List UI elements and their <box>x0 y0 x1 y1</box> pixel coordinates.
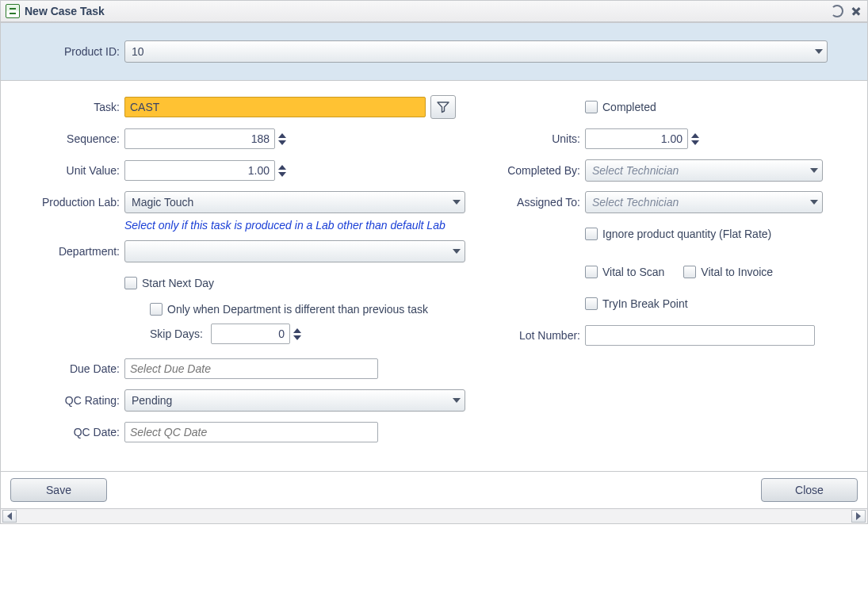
checkbox-icon <box>124 277 137 289</box>
unit-value-input[interactable] <box>124 160 275 181</box>
sequence-input[interactable] <box>124 128 275 149</box>
product-id-value: 10 <box>132 45 811 58</box>
new-case-task-window: New Case Task Product ID: 10 Task: <box>0 0 868 524</box>
completed-by-placeholder: Select Technician <box>592 164 806 177</box>
checkbox-icon <box>585 266 598 278</box>
triangle-right-icon <box>856 512 861 520</box>
department-label: Department: <box>1 245 124 258</box>
qc-rating-dropdown[interactable]: Pending <box>124 389 465 412</box>
assigned-to-placeholder: Select Technician <box>592 196 806 209</box>
completed-label: Completed <box>602 101 656 113</box>
lot-number-label: Lot Number: <box>465 329 585 342</box>
tryin-break-checkbox[interactable]: TryIn Break Point <box>585 297 688 310</box>
start-next-day-checkbox[interactable]: Start Next Day <box>124 277 214 289</box>
skip-days-input[interactable] <box>211 324 290 344</box>
chevron-down-icon <box>806 168 822 173</box>
vital-to-scan-checkbox[interactable]: Vital to Scan <box>585 266 664 278</box>
completed-by-dropdown[interactable]: Select Technician <box>585 159 823 182</box>
chevron-down-icon <box>811 49 827 54</box>
checkbox-icon <box>585 101 598 113</box>
product-id-dropdown[interactable]: 10 <box>124 40 828 63</box>
spin-down-icon[interactable] <box>278 140 286 145</box>
unit-value-label: Unit Value: <box>1 164 124 177</box>
sequence-label: Sequence: <box>1 132 124 145</box>
unit-value-spinner[interactable] <box>278 165 286 177</box>
refresh-icon[interactable] <box>831 5 843 17</box>
vital-to-invoice-label: Vital to Invoice <box>701 266 773 278</box>
footer: Save Close <box>1 472 867 508</box>
only-diff-dept-label: Only when Department is different than p… <box>167 303 428 316</box>
vital-to-invoice-checkbox[interactable]: Vital to Invoice <box>683 266 773 278</box>
window-title: New Case Task <box>25 5 105 17</box>
qc-rating-value: Pending <box>132 394 449 407</box>
checkbox-icon <box>150 303 163 316</box>
due-date-input[interactable] <box>124 358 378 379</box>
checkbox-icon <box>683 266 696 278</box>
spin-down-icon[interactable] <box>293 335 301 340</box>
chevron-down-icon <box>806 200 822 205</box>
task-input[interactable] <box>124 97 426 117</box>
units-spinner[interactable] <box>691 133 699 145</box>
units-label: Units: <box>465 132 585 145</box>
save-button[interactable]: Save <box>10 478 107 502</box>
production-lab-help: Select only if this task is produced in … <box>124 219 461 232</box>
app-icon <box>6 4 20 18</box>
right-column: Completed Units: Completed By: <box>465 95 868 355</box>
product-id-label: Product ID: <box>1 45 124 58</box>
due-date-label: Due Date: <box>1 362 124 375</box>
spin-up-icon[interactable] <box>278 165 286 170</box>
skip-days-label: Skip Days: <box>150 327 203 340</box>
completed-checkbox[interactable]: Completed <box>585 101 656 113</box>
lot-number-input[interactable] <box>585 325 815 346</box>
completed-by-label: Completed By: <box>465 164 585 177</box>
qc-date-label: QC Date: <box>1 426 124 438</box>
spin-up-icon[interactable] <box>278 133 286 138</box>
checkbox-icon <box>585 228 598 240</box>
left-column: Task: Sequence: <box>1 95 465 452</box>
skip-days-spinner[interactable] <box>293 328 301 340</box>
spin-down-icon[interactable] <box>691 140 699 145</box>
units-input[interactable] <box>585 128 688 149</box>
form-area: Task: Sequence: <box>1 81 867 472</box>
chevron-down-icon <box>449 200 465 205</box>
tryin-break-label: TryIn Break Point <box>602 297 688 310</box>
spin-up-icon[interactable] <box>691 133 699 138</box>
scroll-left-button[interactable] <box>2 510 17 523</box>
checkbox-icon <box>585 297 598 310</box>
close-icon[interactable] <box>850 5 862 17</box>
spin-down-icon[interactable] <box>278 172 286 177</box>
sequence-spinner[interactable] <box>278 133 286 145</box>
assigned-to-dropdown[interactable]: Select Technician <box>585 191 823 213</box>
only-diff-dept-checkbox[interactable]: Only when Department is different than p… <box>150 303 428 316</box>
qc-date-input[interactable] <box>124 422 378 442</box>
ignore-qty-label: Ignore product quantity (Flat Rate) <box>602 228 771 240</box>
close-button[interactable]: Close <box>761 478 858 502</box>
chevron-down-icon <box>449 398 465 403</box>
production-lab-dropdown[interactable]: Magic Touch <box>124 191 465 213</box>
assigned-to-label: Assigned To: <box>465 196 585 209</box>
chevron-down-icon <box>449 249 465 254</box>
horizontal-scrollbar[interactable] <box>1 508 867 523</box>
titlebar: New Case Task <box>1 1 867 22</box>
spin-up-icon[interactable] <box>293 328 301 333</box>
product-id-band: Product ID: 10 <box>1 22 867 81</box>
production-lab-value: Magic Touch <box>132 196 449 209</box>
ignore-qty-checkbox[interactable]: Ignore product quantity (Flat Rate) <box>585 228 771 240</box>
scroll-right-button[interactable] <box>851 510 866 523</box>
triangle-left-icon <box>7 512 12 520</box>
task-label: Task: <box>1 101 124 113</box>
department-dropdown[interactable] <box>124 240 465 262</box>
start-next-day-label: Start Next Day <box>142 277 214 289</box>
funnel-icon <box>437 101 449 113</box>
vital-to-scan-label: Vital to Scan <box>602 266 664 278</box>
qc-rating-label: QC Rating: <box>1 394 124 407</box>
filter-button[interactable] <box>430 95 456 119</box>
production-lab-label: Production Lab: <box>1 196 124 209</box>
